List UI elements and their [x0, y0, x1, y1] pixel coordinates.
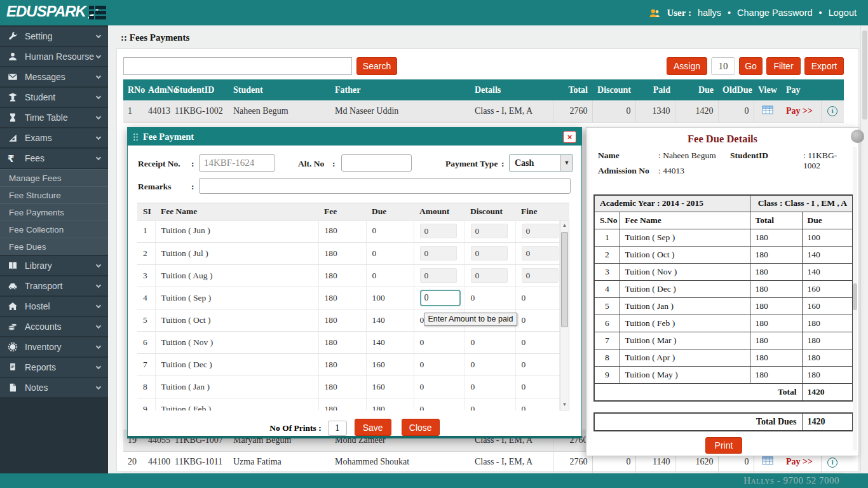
close-button[interactable]: Close	[402, 419, 440, 436]
sidebar-item-fee-structure[interactable]: Fee Structure	[0, 186, 108, 203]
pay-link[interactable]: Pay >>	[786, 457, 813, 466]
filter-button[interactable]: Filter	[766, 57, 801, 75]
car-icon	[8, 281, 18, 291]
table-row: 1Tuition ( Sep )180100	[594, 229, 853, 246]
fee-amount-text: 0	[522, 337, 526, 347]
username[interactable]: hallys	[698, 8, 721, 18]
sidebar-item-notes[interactable]: Notes	[0, 378, 108, 397]
logout-link[interactable]: Logout	[829, 8, 857, 18]
chevron-down-icon	[96, 343, 101, 348]
wrench-icon	[8, 31, 18, 41]
print-button[interactable]: Print	[705, 437, 742, 454]
fees-submenu: Manage Fees Fee Structure Fee Payments F…	[0, 169, 108, 255]
dropdown-arrow-icon[interactable]: ▼	[560, 155, 573, 171]
scrollbar-thumb[interactable]	[561, 232, 568, 327]
sidebar-item-fee-payments[interactable]: Fee Payments	[0, 203, 108, 220]
search-input[interactable]	[123, 57, 352, 75]
sidebar-item-setting[interactable]: Setting	[0, 27, 108, 46]
sidebar-item-messages[interactable]: Messages	[0, 67, 108, 86]
fee-amount-box: 0	[522, 224, 559, 238]
separator-bullet: •	[819, 8, 822, 18]
amount-tooltip: Enter Amount to be paid	[424, 313, 517, 326]
fee-amount-text: 0	[471, 337, 475, 347]
search-button[interactable]: Search	[356, 57, 397, 75]
payment-type-select[interactable]: Cash ▼	[509, 154, 573, 172]
fee-amount-text: 0	[522, 382, 526, 391]
table-row: 4Tuition ( Dec )180160	[594, 280, 853, 297]
chevron-down-icon	[96, 323, 101, 328]
alt-no-label: Alt. No	[298, 159, 324, 169]
pay-link[interactable]: Pay >>	[786, 106, 813, 116]
footer-text: Hallys - 9700 52 7000	[743, 473, 839, 488]
menu-grid-icon[interactable]	[89, 6, 106, 20]
go-button[interactable]: Go	[739, 57, 763, 75]
sidebar-item-student[interactable]: Student	[0, 88, 108, 107]
fee-amount-text: 0	[522, 360, 526, 369]
fee-amount-text: 0	[420, 382, 424, 391]
fee-amount-text: 0	[522, 404, 526, 411]
alt-no-input[interactable]	[341, 154, 412, 172]
fee-payment-modal: Fee Payment × Receipt No. : Alt. No : Pa…	[127, 127, 582, 438]
sidebar-item-library[interactable]: Library	[0, 256, 108, 275]
fee-amount-text: 0	[471, 360, 475, 369]
page-scrollbar[interactable]	[860, 25, 868, 473]
chevron-down-icon	[96, 53, 101, 58]
sidebar-item-fee-collection[interactable]: Fee Collection	[0, 220, 108, 238]
table-row: 7Tuition ( Mar )180180	[594, 332, 853, 349]
view-table-icon[interactable]	[762, 105, 773, 114]
fee-amount-text: 0	[471, 293, 475, 302]
sidebar-item-transport[interactable]: Transport	[0, 276, 108, 295]
amount-input[interactable]	[420, 290, 461, 306]
fee-amount-box: 0	[471, 224, 508, 238]
sidebar-item-fees[interactable]: ₹ Fees	[0, 149, 108, 168]
set-square-icon	[8, 133, 18, 143]
scroll-up-icon[interactable]: ▲	[560, 221, 569, 230]
payments-header-row: RNo AdmNo StudentID Student Father Detai…	[123, 79, 844, 100]
fee-amount-text: 0	[522, 315, 526, 325]
sidebar-item-accounts[interactable]: Accounts	[0, 317, 108, 336]
page-size-input[interactable]	[711, 57, 735, 75]
sidebar-item-inventory[interactable]: Inventory	[0, 337, 108, 356]
due-total-row: Total 1420	[594, 383, 853, 401]
info-icon[interactable]: i	[827, 458, 837, 468]
page-title: :: Fees Payments	[121, 32, 189, 43]
chevron-down-icon	[96, 282, 101, 287]
save-button[interactable]: Save	[355, 419, 391, 436]
sidebar-item-time-table[interactable]: Time Table	[0, 108, 108, 127]
drag-handle-icon[interactable]	[133, 133, 139, 141]
info-icon[interactable]: i	[827, 106, 837, 116]
scrollbar[interactable]	[853, 147, 857, 451]
envelope-icon	[8, 72, 18, 82]
sidebar-item-hostel[interactable]: Hostel	[0, 297, 108, 316]
total-label: Total	[594, 383, 802, 401]
separator-bullet: •	[728, 8, 731, 18]
assign-button[interactable]: Assign	[667, 57, 707, 75]
scroll-down-icon[interactable]: ▼	[560, 400, 569, 409]
sidebar-item-reports[interactable]: Reports	[0, 358, 108, 377]
sidebar-item-exams[interactable]: Exams	[0, 128, 108, 147]
remarks-input[interactable]	[199, 178, 571, 194]
scrollbar-thumb[interactable]	[853, 283, 857, 310]
rupee-icon: ₹	[8, 153, 18, 163]
fee-amount-text: 0	[522, 293, 526, 302]
book-icon	[8, 261, 18, 271]
sidebar-item-fee-dues[interactable]: Fee Dues	[0, 238, 108, 255]
sale-badge-icon	[8, 342, 18, 352]
prints-input[interactable]	[328, 421, 347, 436]
export-button[interactable]: Export	[804, 57, 844, 75]
modal-title-bar[interactable]: Fee Payment ×	[128, 128, 581, 146]
sidebar-item-manage-fees[interactable]: Manage Fees	[0, 169, 108, 186]
receipt-input[interactable]	[199, 154, 275, 172]
table-row: 8Tuition ( Jan )180160000	[137, 376, 559, 398]
sidebar: Setting Human Resourse Messages Student …	[0, 25, 108, 488]
total-dues-value: 1420	[802, 413, 853, 431]
change-password-link[interactable]: Change Password	[737, 8, 813, 18]
payment-type-label: Payment Type	[445, 159, 498, 169]
view-table-icon[interactable]	[762, 456, 773, 465]
table-row: 8Tuition ( Apr )180180	[594, 349, 853, 366]
scrollbar[interactable]: ▲ ▼	[560, 220, 569, 410]
scrollbar-thumb[interactable]	[862, 30, 867, 119]
sidebar-item-human-resourse[interactable]: Human Resourse	[0, 47, 108, 66]
chevron-down-icon	[96, 154, 101, 159]
close-icon[interactable]: ×	[563, 131, 576, 143]
